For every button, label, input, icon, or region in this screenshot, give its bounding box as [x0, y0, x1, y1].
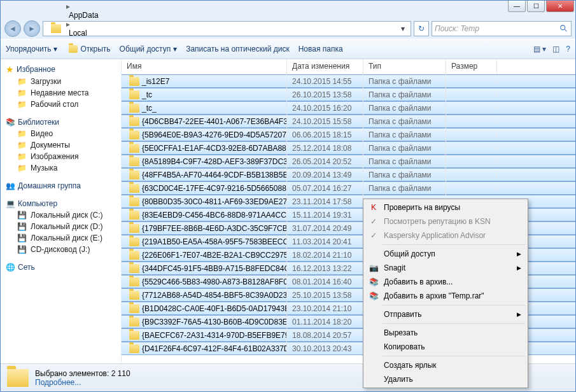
ctx-send[interactable]: Отправить▶	[365, 307, 526, 321]
organize-button[interactable]: Упорядочить ▾	[6, 45, 57, 53]
library-icon: 📁	[17, 164, 27, 172]
folder-icon	[129, 117, 139, 126]
new-folder-button[interactable]: Новая папка	[299, 45, 343, 53]
file-type: Папка с файлами	[363, 115, 446, 129]
address-bar[interactable]: Admin▸AppData▸Local▸Temp▸ ▾	[43, 21, 411, 36]
breadcrumb-appdata[interactable]: AppData	[65, 11, 102, 20]
file-type: Папка с файлами	[363, 128, 446, 142]
table-row[interactable]: {4D6CBB47-22EE-4401-A067-7E36BA4F37...24…	[122, 115, 575, 128]
nav-item[interactable]: 📁Документы	[1, 139, 121, 151]
table-row[interactable]: {63CD0C4E-17FE-4C97-9216-5D56650887...05…	[122, 181, 575, 195]
chevron-right-icon[interactable]: ▸	[65, 2, 71, 11]
back-button[interactable]: ◄	[4, 20, 21, 37]
file-type: Папка с файлами	[363, 88, 446, 102]
file-type: Папка с файлами	[363, 168, 446, 182]
folder-icon	[129, 197, 139, 206]
chevron-right-icon[interactable]: ▸	[65, 20, 71, 29]
ctx-ksn[interactable]: ✓Посмотреть репутацию в KSN	[365, 214, 526, 228]
maximize-button[interactable]: ☐	[527, 1, 545, 12]
column-headers[interactable]: Имя Дата изменения Тип Размер	[122, 59, 575, 74]
folder-icon	[129, 144, 139, 153]
file-name: {8A5189B4-C9F7-428D-AEF3-389F37DC34...	[142, 157, 287, 166]
file-date: 20.09.2014 13:49	[287, 168, 363, 182]
ctx-share[interactable]: Общий доступ▶	[365, 247, 526, 261]
folder-icon: 📁	[17, 100, 27, 109]
nav-item[interactable]: 💾Локальный диск (E:)	[1, 232, 121, 244]
file-date: 11.03.2014 20:41	[287, 235, 363, 249]
history-dropdown[interactable]: ▾	[397, 22, 409, 35]
file-name: {7712AB68-A54D-4854-BBF5-8C39A0D23EC5}	[142, 291, 287, 300]
forward-button[interactable]: ►	[24, 20, 40, 37]
ctx-copy[interactable]: Копировать	[365, 340, 526, 354]
folder-icon: 📁	[17, 77, 27, 86]
preview-pane-button[interactable]: ◫	[552, 45, 559, 53]
search-input[interactable]: Поиск: Temp	[432, 21, 572, 36]
folder-icon	[129, 130, 139, 139]
file-size	[446, 92, 497, 97]
col-name[interactable]: Имя	[122, 59, 287, 74]
ctx-snagit[interactable]: 📷Snagit▶	[365, 261, 526, 275]
file-type: Папка с файлами	[363, 74, 446, 88]
file-name: {179BF7EE-8B6B-4E6D-A3DC-35C9F7CB8...	[142, 224, 287, 233]
ctx-delete[interactable]: Удалить	[365, 372, 526, 386]
refresh-button[interactable]: ↻	[414, 21, 429, 36]
file-name: {219A1B50-EA5A-458A-95F5-7583BEECC...	[142, 237, 287, 246]
nav-item[interactable]: 💾Локальный диск (D:)	[1, 221, 121, 232]
table-row[interactable]: {5E0CFFA1-E1AF-4CD3-92E8-6D7ABA881...25.…	[122, 141, 575, 155]
file-date: 31.07.2014 20:49	[287, 221, 363, 235]
ctx-cut[interactable]: Вырезать	[365, 326, 526, 340]
open-button[interactable]: Открыть	[66, 45, 110, 53]
details-link[interactable]: Подробнее...	[35, 378, 130, 387]
view-button[interactable]: ▤ ▾	[533, 45, 546, 53]
help-button[interactable]: ?	[566, 45, 570, 53]
file-name: {B9C3392F-76A5-4130-B60B-4D9C0D83E6...	[142, 318, 287, 326]
file-size	[446, 106, 497, 111]
ctx-add-rar[interactable]: 📚Добавить в архив "Temp.rar"	[365, 289, 526, 303]
table-row[interactable]: _tc_24.10.2015 16:20Папка с файлами	[122, 101, 575, 115]
ctx-scan-virus[interactable]: KПроверить на вирусы	[365, 200, 526, 214]
nav-item[interactable]: 📁Рабочий стол	[1, 99, 121, 110]
burn-button[interactable]: Записать на оптический диск	[186, 45, 290, 53]
folder-icon	[129, 211, 139, 220]
file-date: 05.07.2014 16:27	[287, 181, 363, 195]
nav-pane: ★Избранное 📁Загрузки📁Недавние места📁Рабо…	[1, 59, 122, 363]
ctx-add-archive[interactable]: 📚Добавить в архив...	[365, 275, 526, 289]
folder-icon	[129, 264, 139, 273]
table-row[interactable]: {8A5189B4-C9F7-428D-AEF3-389F37DC34...26…	[122, 155, 575, 168]
nav-homegroup[interactable]: 👥 Домашняя группа	[1, 180, 121, 192]
table-row[interactable]: {48FF4B5A-AF70-4464-9CDF-B5B138B5B7...20…	[122, 168, 575, 181]
table-row[interactable]: _tc26.10.2015 13:58Папка с файлами	[122, 88, 575, 101]
col-date[interactable]: Дата изменения	[287, 59, 363, 74]
ctx-shortcut[interactable]: Создать ярлык	[365, 358, 526, 372]
nav-item[interactable]: 📁Недавние места	[1, 87, 121, 99]
file-date: 08.01.2014 16:40	[287, 275, 363, 289]
search-placeholder: Поиск: Temp	[435, 24, 479, 33]
file-size	[446, 132, 497, 137]
nav-favorites[interactable]: ★Избранное	[1, 63, 121, 76]
nav-computer[interactable]: 💻 Компьютер	[1, 198, 121, 209]
nav-item[interactable]: 📁Загрузки	[1, 76, 121, 87]
table-row[interactable]: {5B964E0E-B9A3-4276-9ED9-4D5A572074...06…	[122, 128, 575, 141]
file-date: 26.05.2014 20:52	[287, 155, 363, 169]
nav-item[interactable]: 📁Музыка	[1, 162, 121, 174]
file-date: 25.10.2015 13:58	[287, 288, 363, 302]
minimize-button[interactable]: —	[508, 1, 526, 12]
col-type[interactable]: Тип	[363, 59, 446, 74]
share-button[interactable]: Общий доступ ▾	[120, 45, 178, 53]
file-type: Папка с файлами	[363, 181, 446, 195]
svg-line-1	[565, 29, 567, 32]
file-date: 16.12.2013 13:22	[287, 262, 363, 276]
close-button[interactable]: ✕	[546, 1, 574, 12]
breadcrumb-local[interactable]: Local	[65, 29, 102, 38]
col-size[interactable]: Размер	[446, 59, 497, 74]
file-name: {344DFC45-91F5-4BB9-A715-B8FEDC84C232}	[142, 264, 287, 273]
nav-item[interactable]: 📁Изображения	[1, 151, 121, 162]
ctx-kav-advisor[interactable]: ✓Kaspersky Application Advisor	[365, 228, 526, 242]
nav-item[interactable]: 💾Локальный диск (C:)	[1, 209, 121, 221]
nav-libraries[interactable]: 📚 Библиотеки	[1, 116, 121, 128]
nav-network[interactable]: 🌐 Сеть	[1, 262, 121, 273]
file-name: _is12E7	[142, 77, 169, 86]
nav-item[interactable]: 📁Видео	[1, 128, 121, 139]
nav-item[interactable]: 💾CD-дисковод (J:)	[1, 244, 121, 255]
table-row[interactable]: _is12E724.10.2015 14:55Папка с файлами	[122, 74, 575, 88]
